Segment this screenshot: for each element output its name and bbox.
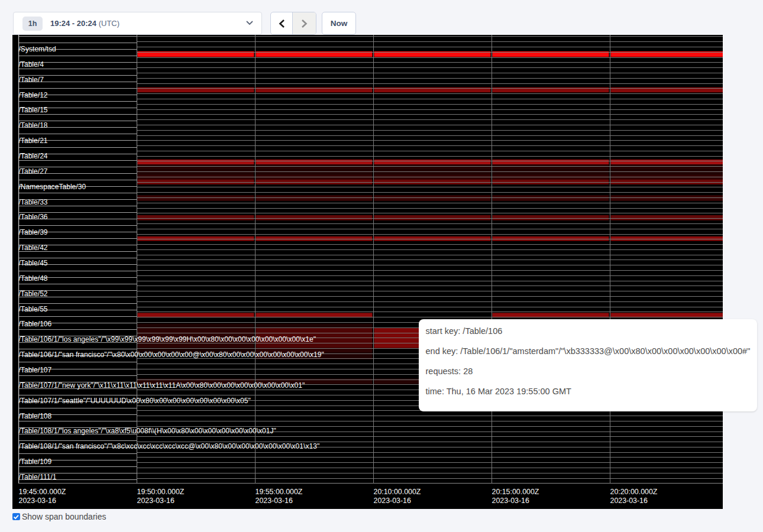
svg-text:/Table/27: /Table/27	[19, 167, 48, 176]
svg-text:/Table/33: /Table/33	[19, 198, 48, 206]
svg-text:2023-03-16: 2023-03-16	[19, 497, 56, 505]
svg-text:/Table/107/1/"new york"/"\x11\: /Table/107/1/"new york"/"\x11\x11\x11\x1…	[19, 381, 305, 390]
svg-text:/Table/48: /Table/48	[19, 274, 48, 283]
svg-text:19:55:00.000Z: 19:55:00.000Z	[256, 488, 303, 496]
svg-text:/Table/18: /Table/18	[19, 121, 48, 129]
svg-text:/Table/108: /Table/108	[19, 412, 52, 420]
svg-text:19:45:00.000Z: 19:45:00.000Z	[19, 488, 66, 496]
svg-text:/Table/108/1/"los angeles"/"\x: /Table/108/1/"los angeles"/"\xa8\xf5\u00…	[19, 427, 276, 435]
svg-text:/Table/42: /Table/42	[19, 244, 48, 252]
svg-text:20:15:00.000Z: 20:15:00.000Z	[492, 488, 539, 496]
svg-text:20:20:00.000Z: 20:20:00.000Z	[610, 488, 658, 496]
svg-text:/Table/106: /Table/106	[19, 320, 52, 328]
svg-text:2023-03-16: 2023-03-16	[256, 497, 293, 505]
svg-text:/Table/15: /Table/15	[19, 106, 48, 114]
svg-text:/Table/111/1: /Table/111/1	[19, 473, 57, 481]
svg-text:/System/tsd: /System/tsd	[19, 45, 56, 53]
svg-text:2023-03-16: 2023-03-16	[492, 497, 529, 505]
svg-text:/Table/24: /Table/24	[19, 152, 48, 160]
svg-text:20:10:00.000Z: 20:10:00.000Z	[374, 488, 421, 496]
svg-text:/Table/36: /Table/36	[19, 213, 48, 221]
svg-text:/Table/106/1/"los angeles"/"\x: /Table/106/1/"los angeles"/"\x99\x99\x99…	[19, 335, 316, 343]
svg-text:/Table/39: /Table/39	[19, 228, 48, 236]
svg-text:/Table/109: /Table/109	[19, 458, 52, 466]
svg-text:/Table/106/1/"san francisco"/": /Table/106/1/"san francisco"/"\x80\x00\x…	[19, 351, 324, 359]
svg-text:/Table/107: /Table/107	[19, 366, 52, 374]
svg-text:19:50:00.000Z: 19:50:00.000Z	[137, 488, 185, 496]
svg-text:2023-03-16: 2023-03-16	[610, 497, 648, 505]
svg-text:/Table/55: /Table/55	[19, 305, 48, 313]
svg-text:2023-03-16: 2023-03-16	[137, 497, 174, 505]
svg-text:/Table/4: /Table/4	[19, 60, 44, 69]
svg-text:2023-03-16: 2023-03-16	[374, 497, 411, 505]
svg-text:/Table/108/1/"san francisco"/": /Table/108/1/"san francisco"/"\x8c\xcc\x…	[19, 442, 320, 450]
svg-text:/Table/7: /Table/7	[19, 76, 44, 84]
svg-text:/Table/107/1/"seattle"/"UUUUUU: /Table/107/1/"seattle"/"UUUUUUD\x00\x80\…	[19, 397, 251, 405]
svg-text:/Table/45: /Table/45	[19, 259, 48, 267]
svg-text:/NamespaceTable/30: /NamespaceTable/30	[19, 183, 86, 191]
svg-text:/Table/12: /Table/12	[19, 91, 48, 99]
svg-text:/Table/21: /Table/21	[19, 137, 48, 145]
svg-text:/Table/52: /Table/52	[19, 290, 48, 298]
